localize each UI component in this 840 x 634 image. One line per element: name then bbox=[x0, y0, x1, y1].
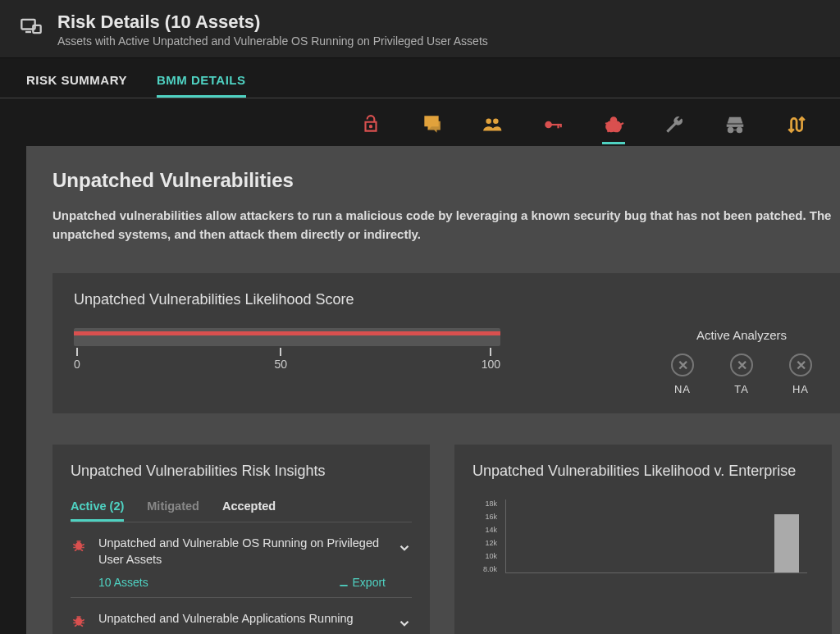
active-analyzers: Active Analyzers ✕ NA ✕ TA ✕ HA bbox=[671, 328, 819, 395]
likelihood-card: Unpatched Vulnerabilities Likelihood Sco… bbox=[52, 273, 840, 413]
svg-point-8 bbox=[609, 121, 619, 131]
subtab-active[interactable]: Active (2) bbox=[71, 499, 124, 522]
chat-icon[interactable] bbox=[420, 113, 443, 136]
tick-50: 50 bbox=[274, 358, 287, 371]
download-icon bbox=[338, 577, 349, 588]
insight-title: Unpatched and Vulnerable OS Running on P… bbox=[98, 536, 386, 568]
svg-rect-7 bbox=[560, 124, 562, 127]
svg-rect-5 bbox=[551, 124, 561, 125]
svg-point-2 bbox=[486, 118, 491, 124]
main-tabs: RISK SUMMARY BMM DETAILS bbox=[0, 58, 840, 98]
bar-chart: 18k 16k 14k 12k 10k 8.0k bbox=[472, 499, 814, 573]
lock-icon[interactable] bbox=[359, 113, 382, 136]
page-title: Risk Details (10 Assets) bbox=[57, 11, 488, 33]
svg-point-9 bbox=[75, 542, 82, 550]
close-circle-icon: ✕ bbox=[730, 353, 753, 376]
svg-point-4 bbox=[545, 121, 552, 129]
device-icon bbox=[20, 11, 43, 41]
insight-row: Unpatched and Vulnerable Applications Ru… bbox=[71, 598, 412, 634]
subtab-accepted[interactable]: Accepted bbox=[222, 499, 276, 522]
tick-0: 0 bbox=[74, 358, 80, 371]
bug-icon bbox=[71, 613, 87, 629]
tab-risk-summary[interactable]: RISK SUMMARY bbox=[26, 73, 127, 98]
insights-subtabs: Active (2) Mitigated Accepted bbox=[71, 499, 412, 522]
analyzer-na[interactable]: ✕ NA bbox=[671, 353, 694, 395]
analyzer-ta[interactable]: ✕ TA bbox=[730, 353, 753, 395]
chart-bar bbox=[774, 514, 799, 572]
insights-card: Unpatched Vulnerabilities Risk Insights … bbox=[52, 445, 430, 634]
svg-rect-6 bbox=[557, 124, 559, 128]
close-circle-icon: ✕ bbox=[789, 353, 812, 376]
likelihood-slider: 0 50 100 bbox=[74, 328, 500, 371]
category-icon-row bbox=[0, 98, 840, 146]
page-subtitle: Assets with Active Unpatched and Vulnera… bbox=[57, 34, 488, 48]
key-icon[interactable] bbox=[541, 113, 564, 136]
likelihood-title: Unpatched Vulnerabilities Likelihood Sco… bbox=[74, 291, 819, 308]
export-link[interactable]: Export bbox=[338, 576, 386, 589]
route-icon[interactable] bbox=[784, 113, 807, 136]
page-header: Risk Details (10 Assets) Assets with Act… bbox=[0, 0, 840, 58]
insight-title: Unpatched and Vulnerable Applications Ru… bbox=[98, 611, 386, 627]
wrench-icon[interactable] bbox=[663, 113, 686, 136]
analyzers-title: Active Analyzers bbox=[671, 328, 812, 342]
svg-point-3 bbox=[493, 118, 499, 124]
insight-row: Unpatched and Vulnerable OS Running on P… bbox=[71, 522, 412, 598]
bug-icon[interactable] bbox=[602, 113, 625, 136]
close-circle-icon: ✕ bbox=[671, 353, 694, 376]
enterprise-chart-card: Unpatched Vulnerabilities Likelihood v. … bbox=[454, 445, 832, 634]
users-icon[interactable] bbox=[481, 113, 504, 136]
section-title: Unpatched Vulnerabilities bbox=[52, 169, 840, 192]
subtab-mitigated[interactable]: Mitigated bbox=[147, 499, 199, 522]
section-description: Unpatched vulnerabilities allow attacker… bbox=[52, 207, 840, 244]
svg-point-10 bbox=[75, 618, 82, 626]
chevron-down-icon[interactable] bbox=[397, 616, 412, 631]
y-axis: 18k 16k 14k 12k 10k 8.0k bbox=[472, 499, 497, 573]
incognito-icon[interactable] bbox=[724, 113, 746, 136]
assets-link[interactable]: 10 Assets bbox=[98, 576, 148, 589]
tab-bmm-details[interactable]: BMM DETAILS bbox=[157, 73, 246, 98]
bug-icon bbox=[71, 537, 87, 554]
content-panel: Unpatched Vulnerabilities Unpatched vuln… bbox=[26, 146, 840, 634]
analyzer-ha[interactable]: ✕ HA bbox=[789, 353, 812, 395]
insights-title: Unpatched Vulnerabilities Risk Insights bbox=[71, 463, 412, 480]
chevron-down-icon[interactable] bbox=[397, 540, 412, 555]
tick-100: 100 bbox=[482, 358, 500, 371]
enterprise-chart-title: Unpatched Vulnerabilities Likelihood v. … bbox=[472, 463, 814, 480]
